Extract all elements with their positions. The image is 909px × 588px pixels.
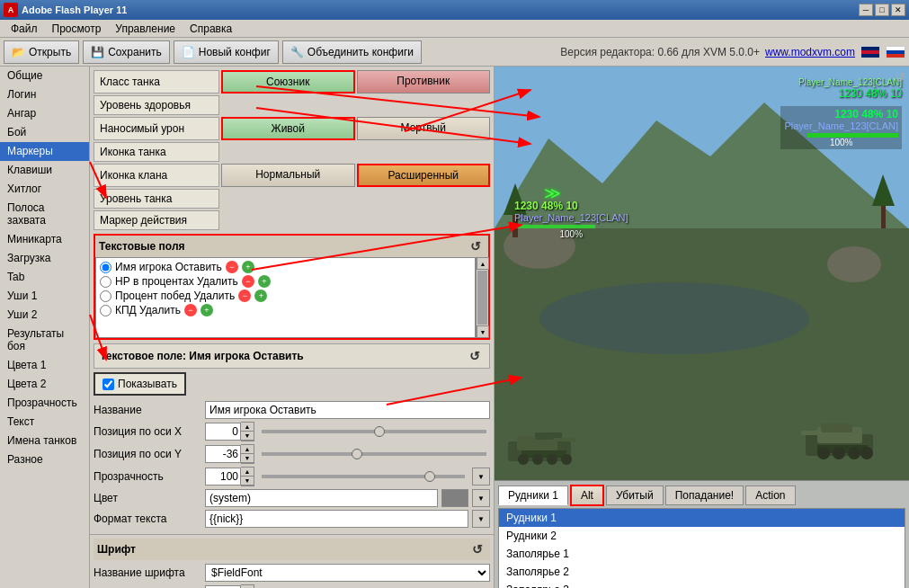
font-name-select[interactable]: $FieldFont <box>205 564 490 582</box>
tab-killed[interactable]: Убитый <box>606 486 664 505</box>
remove-btn-hp[interactable]: − <box>242 275 254 288</box>
font-refresh-button[interactable]: ↺ <box>468 540 486 558</box>
posx-down[interactable]: ▼ <box>241 432 254 441</box>
field-label-format: Формат текста <box>94 512 201 525</box>
sidebar-item-capture[interactable]: Полоса захвата <box>0 199 89 230</box>
opacity-dropdown-btn[interactable]: ▼ <box>472 468 490 486</box>
enemy-button[interactable]: Противник <box>357 70 491 94</box>
color-dropdown-btn[interactable]: ▼ <box>472 489 490 507</box>
textfields-scrollbar[interactable]: ▲ ▼ <box>476 257 488 338</box>
textfield-radio-playername[interactable] <box>100 262 111 273</box>
opacity-input[interactable] <box>205 468 241 486</box>
sidebar-item-minimap[interactable]: Миникарта <box>0 230 89 249</box>
sidebar-item-tab[interactable]: Tab <box>0 268 89 287</box>
flag-uk[interactable] <box>860 46 880 58</box>
sidebar-item-tank-names[interactable]: Имена танков <box>0 432 89 450</box>
titlebar: A Adobe Flash Player 11 ─ □ ✕ <box>0 0 909 20</box>
flag-ru[interactable] <box>886 46 905 58</box>
opacity-up[interactable]: ▲ <box>241 468 254 477</box>
textfields-refresh-button[interactable]: ↺ <box>467 237 485 255</box>
list-item-zapol1[interactable]: Заполярье 1 <box>499 545 905 563</box>
posx-input[interactable] <box>205 423 241 441</box>
close-button[interactable]: ✕ <box>891 4 905 16</box>
list-item-rudniki2[interactable]: Рудники 2 <box>499 527 905 545</box>
save-button[interactable]: 💾 Сохранить <box>83 40 170 64</box>
merge-config-button[interactable]: 🔧 Объединить конфиги <box>282 40 422 64</box>
svg-point-5 <box>827 246 881 282</box>
textfield-radio-kpd[interactable] <box>100 305 111 316</box>
sidebar-item-transparency[interactable]: Прозрачность <box>0 394 89 413</box>
new-config-button[interactable]: 📄 Новый конфиг <box>174 40 279 64</box>
menu-control[interactable]: Управление <box>108 21 183 37</box>
menu-help[interactable]: Справка <box>183 21 239 37</box>
remove-btn-playername[interactable]: − <box>226 261 238 273</box>
tab-alt[interactable]: Alt <box>570 485 604 506</box>
textfield-item-kpd[interactable]: КПД Удалить − + <box>98 303 473 317</box>
scroll-up-btn[interactable]: ▲ <box>477 257 489 270</box>
remove-btn-kpd[interactable]: − <box>184 304 197 316</box>
list-item-zapol2[interactable]: Заполярье 2 <box>499 563 905 581</box>
ally-button[interactable]: Союзник <box>221 70 355 94</box>
list-item-rudniki1[interactable]: Рудники 1 <box>499 509 905 527</box>
sidebar-item-common[interactable]: Общие <box>0 67 89 85</box>
tab-hit[interactable]: Попадание! <box>665 486 744 505</box>
posy-slider-thumb[interactable] <box>352 449 362 459</box>
dead-button[interactable]: Мертвый <box>357 117 491 140</box>
posx-slider-thumb[interactable] <box>374 426 385 437</box>
posy-input[interactable] <box>205 445 241 463</box>
sidebar-item-ears2[interactable]: Уши 2 <box>0 306 89 325</box>
textfield-radio-winpct[interactable] <box>100 290 111 302</box>
sidebar-item-colors1[interactable]: Цвета 1 <box>0 356 89 375</box>
menu-file[interactable]: Файл <box>4 21 45 37</box>
maximize-button[interactable]: □ <box>875 4 889 16</box>
color-input[interactable] <box>205 489 438 507</box>
menu-view[interactable]: Просмотр <box>45 21 109 37</box>
sidebar-item-text[interactable]: Текст <box>0 413 89 432</box>
posx-up[interactable]: ▲ <box>241 423 254 432</box>
remove-btn-winpct[interactable]: − <box>238 290 251 302</box>
add-btn-winpct[interactable]: + <box>254 290 267 302</box>
sidebar-item-battle[interactable]: Бой <box>0 123 89 142</box>
posy-up[interactable]: ▲ <box>241 445 254 454</box>
add-btn-kpd[interactable]: + <box>201 304 213 316</box>
list-item-zapol3[interactable]: Заполярье 3 <box>499 581 905 588</box>
sidebar-item-misc[interactable]: Разное <box>0 450 89 469</box>
show-checkbox[interactable] <box>102 379 114 390</box>
preview-refresh-button[interactable]: ↺ <box>895 70 905 85</box>
textfield-item-hp[interactable]: НР в процентах Удалить − + <box>98 274 473 289</box>
minimize-button[interactable]: ─ <box>859 4 873 16</box>
sidebar-item-battle-results[interactable]: Результаты боя <box>0 325 89 356</box>
action-marker-row: Маркер действия <box>94 210 490 230</box>
add-btn-playername[interactable]: + <box>242 261 254 273</box>
sidebar-item-keys[interactable]: Клавиши <box>0 161 89 180</box>
posy-down[interactable]: ▼ <box>241 454 254 463</box>
sidebar-item-colors2[interactable]: Цвета 2 <box>0 375 89 394</box>
add-btn-hp[interactable]: + <box>258 275 271 288</box>
alive-button[interactable]: Живой <box>221 117 355 140</box>
format-input[interactable] <box>205 510 468 528</box>
opacity-down[interactable]: ▼ <box>241 477 254 486</box>
sidebar-item-markers[interactable]: Маркеры <box>0 142 89 161</box>
extended-button[interactable]: Расширенный <box>357 164 491 187</box>
field-editor-refresh-button[interactable]: ↺ <box>466 347 484 365</box>
tab-action[interactable]: Action <box>745 486 795 505</box>
color-swatch[interactable] <box>441 489 468 507</box>
opacity-slider-thumb[interactable] <box>424 471 435 482</box>
sidebar-item-login[interactable]: Логин <box>0 85 89 104</box>
sidebar-item-hangar[interactable]: Ангар <box>0 104 89 123</box>
field-input-name[interactable] <box>205 401 490 419</box>
open-button[interactable]: 📂 Открыть <box>4 40 79 64</box>
tank-right <box>801 414 891 467</box>
textfield-radio-hp[interactable] <box>100 276 111 288</box>
tab-rudniki1[interactable]: Рудники 1 <box>498 486 568 505</box>
sidebar-item-loading[interactable]: Загрузка <box>0 249 89 268</box>
format-dropdown-btn[interactable]: ▼ <box>472 510 490 528</box>
version-url[interactable]: www.modxvm.com <box>765 46 855 58</box>
player2-info: 1230 48% 10 Player_Name_123[CLAN] 100% <box>780 106 902 149</box>
sidebar-item-ears1[interactable]: Уши 1 <box>0 287 89 306</box>
scroll-down-btn[interactable]: ▼ <box>477 325 489 338</box>
textfield-item-playername[interactable]: Имя игрока Оставить − + <box>98 260 473 274</box>
textfield-item-winpct[interactable]: Процент побед Удалить − + <box>98 289 473 303</box>
normal-button[interactable]: Нормальный <box>221 164 355 187</box>
sidebar-item-hitlog[interactable]: Хитлог <box>0 180 89 199</box>
